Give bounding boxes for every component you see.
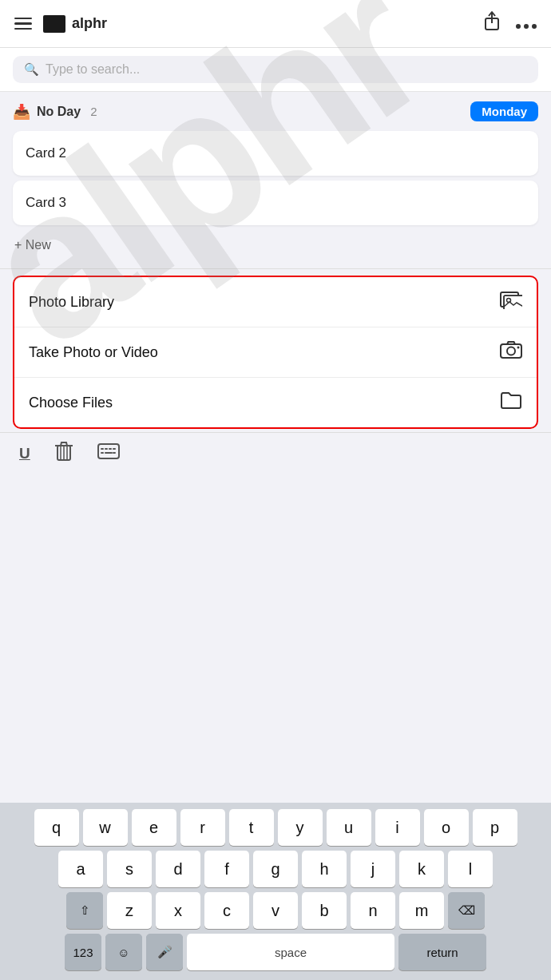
keyboard-row-2: a s d f g h j k l: [3, 851, 548, 887]
monday-badge[interactable]: Monday: [470, 101, 538, 121]
toolbar-row: U: [0, 432, 551, 474]
svg-point-2: [516, 24, 521, 29]
space-key[interactable]: space: [187, 934, 394, 970]
key-o[interactable]: o: [424, 809, 469, 846]
key-w[interactable]: w: [83, 809, 128, 846]
toolbar-keyboard-btn[interactable]: [91, 439, 126, 467]
key-l[interactable]: l: [448, 851, 493, 887]
no-day-count: 2: [90, 105, 97, 118]
key-y[interactable]: y: [278, 809, 323, 846]
search-bar: 🔍 Type to search...: [0, 48, 551, 92]
no-day-label: No Day: [37, 105, 81, 119]
keyboard-row-3: ⇧ z x c v b n m ⌫: [3, 892, 548, 929]
menu-icon[interactable]: [14, 18, 32, 30]
key-i[interactable]: i: [375, 809, 420, 846]
take-photo-item[interactable]: Take Photo or Video: [14, 327, 537, 378]
toolbar-underline-btn[interactable]: U: [13, 441, 37, 466]
photo-library-label: Photo Library: [29, 294, 114, 311]
key-x[interactable]: x: [156, 892, 200, 929]
num-key[interactable]: 123: [65, 934, 101, 970]
search-icon: 🔍: [24, 62, 39, 77]
key-r[interactable]: r: [180, 809, 225, 846]
more-options-icon[interactable]: [516, 14, 537, 34]
mic-key[interactable]: 🎤: [146, 934, 183, 970]
key-n[interactable]: n: [351, 892, 395, 929]
svg-point-4: [532, 24, 537, 29]
nav-bar: alphr: [0, 0, 551, 48]
card-2[interactable]: Card 2: [13, 131, 538, 176]
key-j[interactable]: j: [351, 851, 395, 887]
key-z[interactable]: z: [107, 892, 152, 929]
column-header-row: 📥 No Day 2 Monday: [0, 92, 551, 126]
svg-point-10: [507, 347, 515, 355]
svg-rect-6: [504, 296, 522, 309]
new-button[interactable]: + New: [14, 238, 51, 252]
camera-icon: [500, 340, 522, 364]
no-day-section: 📥 No Day 2: [13, 103, 470, 121]
new-button-row: + New: [0, 230, 551, 264]
key-q[interactable]: q: [34, 809, 79, 846]
choose-files-label: Choose Files: [29, 395, 113, 411]
toolbar-delete-btn[interactable]: [48, 438, 80, 469]
key-b[interactable]: b: [302, 892, 347, 929]
emoji-key[interactable]: ☺: [105, 934, 142, 970]
keyboard-row-4: 123 ☺ 🎤 space return: [3, 934, 548, 970]
attachment-popup: Photo Library Take Photo or Video: [13, 276, 538, 429]
key-t[interactable]: t: [229, 809, 274, 846]
delete-key[interactable]: ⌫: [448, 892, 485, 929]
share-icon[interactable]: [482, 10, 501, 38]
underline-label: U: [19, 445, 30, 462]
card-2-label: Card 2: [26, 145, 66, 161]
keyboard: q w e r t y u i o p a s d f g h j k l ⇧ …: [0, 803, 551, 980]
key-f[interactable]: f: [204, 851, 249, 887]
key-a[interactable]: a: [58, 851, 103, 887]
search-placeholder: Type to search...: [46, 62, 140, 77]
keyboard-row-1: q w e r t y u i o p: [3, 809, 548, 846]
key-c[interactable]: c: [204, 892, 249, 929]
inbox-icon: 📥: [13, 103, 30, 121]
return-key[interactable]: return: [398, 934, 486, 970]
key-m[interactable]: m: [399, 892, 444, 929]
svg-rect-16: [98, 444, 119, 458]
folder-icon: [500, 391, 522, 415]
nav-title: alphr: [72, 15, 482, 32]
photo-library-icon: [500, 290, 522, 314]
card-3[interactable]: Card 3: [13, 181, 538, 225]
key-s[interactable]: s: [107, 851, 152, 887]
photo-library-item[interactable]: Photo Library: [14, 277, 537, 327]
content-area: 📥 No Day 2 Monday Card 2 Card 3 + New Ph…: [0, 92, 551, 474]
take-photo-label: Take Photo or Video: [29, 344, 158, 361]
key-g[interactable]: g: [253, 851, 298, 887]
divider: [0, 268, 551, 269]
key-v[interactable]: v: [253, 892, 298, 929]
choose-files-item[interactable]: Choose Files: [14, 378, 537, 427]
svg-point-11: [517, 347, 520, 349]
key-p[interactable]: p: [473, 809, 517, 846]
key-k[interactable]: k: [399, 851, 444, 887]
key-e[interactable]: e: [132, 809, 176, 846]
key-d[interactable]: d: [156, 851, 200, 887]
search-input-wrap[interactable]: 🔍 Type to search...: [13, 56, 538, 83]
card-3-label: Card 3: [26, 195, 66, 210]
svg-point-3: [524, 24, 529, 29]
shift-key[interactable]: ⇧: [66, 892, 103, 929]
nav-actions: [482, 10, 537, 38]
key-h[interactable]: h: [302, 851, 347, 887]
app-logo: [43, 15, 65, 33]
key-u[interactable]: u: [327, 809, 371, 846]
